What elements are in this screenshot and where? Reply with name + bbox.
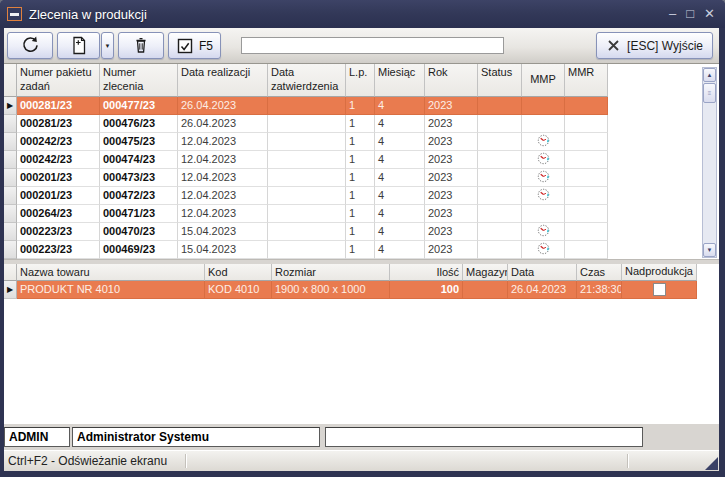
scrollbar-track[interactable] (703, 103, 716, 243)
column-header[interactable]: MMP (522, 64, 565, 97)
cell: 000472/23 (100, 187, 178, 205)
cell: 000242/23 (17, 151, 100, 169)
cell (522, 187, 565, 205)
column-header[interactable]: L.p. (346, 64, 375, 97)
exit-button[interactable]: [ESC] Wyjście (596, 32, 713, 59)
cell: 4 (375, 133, 425, 151)
column-header[interactable]: Data zatwierdzenia (268, 64, 346, 97)
clock-icon (537, 224, 550, 239)
row-selector[interactable] (4, 187, 17, 205)
column-header[interactable]: Czas (577, 264, 622, 281)
grip-icon: ≡ (708, 90, 712, 96)
column-header[interactable]: Data realizacji (178, 64, 268, 97)
cell: 26.04.2023 (178, 97, 268, 115)
cell (268, 151, 346, 169)
scroll-up-button[interactable]: ▲ (703, 68, 716, 82)
column-header[interactable]: Numer zlecenia (100, 64, 178, 97)
column-header[interactable]: Data (508, 264, 577, 281)
confirm-f5-button[interactable]: F5 (168, 32, 221, 59)
column-header[interactable]: Numer pakietu zadań (17, 64, 100, 97)
cell (478, 223, 522, 241)
row-selector[interactable] (4, 241, 17, 259)
clock-icon (537, 134, 550, 149)
row-selector[interactable] (4, 223, 17, 241)
cell (522, 241, 565, 259)
cell (522, 115, 565, 133)
cell: 2023 (425, 205, 478, 223)
user-name-field[interactable] (72, 427, 320, 447)
extra-field[interactable] (325, 427, 643, 447)
header-selector-cell (4, 264, 17, 281)
minimize-button[interactable]: – (669, 7, 676, 21)
cell (565, 205, 608, 223)
scroll-down-button[interactable]: ▼ (703, 243, 716, 257)
column-header[interactable]: Rozmiar (272, 264, 390, 281)
column-header[interactable]: Magazyn (463, 264, 508, 281)
table-row[interactable]: 000201/23000472/2312.04.2023142023 (4, 187, 608, 205)
table-row[interactable]: 000201/23000473/2312.04.2023142023 (4, 169, 608, 187)
exit-button-label: [ESC] Wyjście (627, 39, 703, 53)
cell: 1 (346, 223, 375, 241)
refresh-button[interactable] (7, 32, 53, 59)
cell: 4 (375, 187, 425, 205)
new-order-dropdown-button[interactable]: ▼ (101, 32, 114, 59)
table-row[interactable]: 000242/23000474/2312.04.2023142023 (4, 151, 608, 169)
delete-button[interactable] (118, 32, 164, 59)
column-header[interactable]: Rok (425, 64, 478, 97)
column-header[interactable]: MMR (565, 64, 608, 97)
table-row[interactable]: 000242/23000475/2312.04.2023142023 (4, 133, 608, 151)
table-row[interactable]: ▶ PRODUKT NR 4010 KOD 4010 1900 x 800 x … (4, 281, 697, 299)
cell-czas: 21:38:30 (577, 281, 622, 299)
row-selector[interactable]: ▶ (4, 97, 17, 115)
cell-nadprodukcja (622, 281, 697, 299)
column-header[interactable]: Kod (205, 264, 272, 281)
cell (565, 115, 608, 133)
cell: 1 (346, 241, 375, 259)
table-row[interactable]: 000223/23000470/2315.04.2023142023 (4, 223, 608, 241)
column-header[interactable]: Nadprodukcja (622, 264, 697, 281)
column-header[interactable]: Miesiąc (375, 64, 425, 97)
cell: 12.04.2023 (178, 151, 268, 169)
row-selector[interactable] (4, 133, 17, 151)
cell: 1 (346, 133, 375, 151)
orders-table: Numer pakietu zadań Numer zlecenia Data … (4, 64, 608, 259)
close-button[interactable]: ✕ (704, 7, 715, 21)
row-selector[interactable]: ▶ (4, 281, 17, 299)
cell (522, 169, 565, 187)
cell-ilosc: 100 (390, 281, 463, 299)
column-header[interactable]: Nazwa towaru (17, 264, 205, 281)
user-code-field[interactable] (4, 427, 70, 447)
table-row[interactable]: 000223/23000469/2315.04.2023142023 (4, 241, 608, 259)
row-selector[interactable] (4, 205, 17, 223)
cell-data: 26.04.2023 (508, 281, 577, 299)
table-row[interactable]: 000264/23000471/2312.04.2023142023 (4, 205, 608, 223)
cell: 4 (375, 169, 425, 187)
cell: 4 (375, 151, 425, 169)
new-order-button[interactable] (57, 32, 100, 59)
cell (478, 241, 522, 259)
cell: 2023 (425, 169, 478, 187)
cell-kod: KOD 4010 (205, 281, 272, 299)
cell: 000201/23 (17, 187, 100, 205)
filter-input[interactable] (241, 37, 504, 54)
nadprodukcja-checkbox[interactable] (653, 283, 666, 296)
column-header[interactable]: Status (478, 64, 522, 97)
cell (522, 151, 565, 169)
table-row[interactable]: ▶000281/23000477/2326.04.2023142023 (4, 97, 608, 115)
orders-scrollbar[interactable]: ▲ ≡ ▼ (702, 67, 717, 258)
row-selector[interactable] (4, 151, 17, 169)
cell: 000469/23 (100, 241, 178, 259)
cell (565, 133, 608, 151)
clock-icon (537, 188, 550, 203)
row-selector[interactable] (4, 169, 17, 187)
scrollbar-thumb[interactable]: ≡ (703, 83, 716, 103)
row-selector[interactable] (4, 115, 17, 133)
footer-fields (4, 424, 719, 450)
maximize-button[interactable]: □ (686, 7, 694, 21)
table-row[interactable]: 000281/23000476/2326.04.2023142023 (4, 115, 608, 133)
cell: 2023 (425, 223, 478, 241)
cell (522, 205, 565, 223)
cell: 2023 (425, 241, 478, 259)
column-header[interactable]: Ilość (390, 264, 463, 281)
resize-grip-icon[interactable] (705, 457, 718, 470)
